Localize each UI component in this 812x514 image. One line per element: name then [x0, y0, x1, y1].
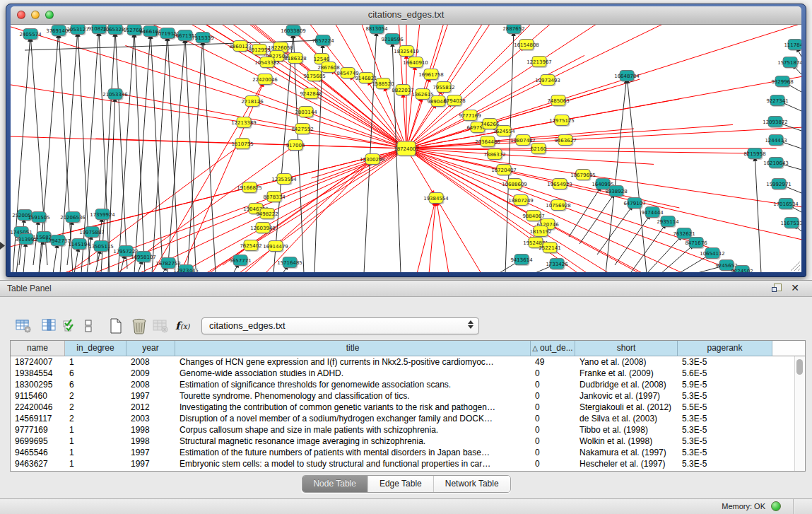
cell-short[interactable]: Tibbo et al. (1998)	[575, 424, 678, 436]
cell-name[interactable]: 9777169	[11, 424, 65, 436]
graph-node[interactable]: 12353594	[271, 174, 297, 186]
table-row[interactable]: 1938455462009Genome-wide association stu…	[11, 368, 805, 379]
graph-node[interactable]: 12213967	[526, 57, 552, 69]
table-row[interactable]: 1872400712008Changes of HCN gene express…	[11, 356, 805, 368]
tab-network-table[interactable]: Network Table	[433, 476, 510, 492]
cell-pagerank[interactable]: 5.3E-5	[678, 390, 772, 402]
select-columns-icon[interactable]	[61, 317, 79, 335]
cell-year[interactable]: 1998	[126, 436, 175, 447]
cell-out_de[interactable]: 0	[531, 379, 575, 390]
tab-node-table[interactable]: Node Table	[302, 476, 367, 492]
table-row[interactable]: 1830029562008Estimation of significance …	[11, 379, 805, 390]
cell-year[interactable]: 2009	[126, 368, 175, 379]
graph-node[interactable]: 18325419	[394, 46, 419, 58]
graph-node[interactable]: 2803144	[295, 107, 317, 119]
cell-pagerank[interactable]: 5.3E-5	[678, 413, 772, 424]
table-row[interactable]: 946554611997Estimation of the future num…	[11, 447, 805, 458]
row-height-icon[interactable]	[79, 317, 98, 335]
graph-node[interactable]: 9227341	[766, 95, 788, 107]
cell-in_degree[interactable]: 1	[65, 436, 126, 447]
panel-collapse-arrow[interactable]	[0, 242, 5, 250]
graph-node[interactable]: 12213389	[231, 117, 257, 129]
graph-node[interactable]: 7955812	[433, 82, 454, 94]
graph-node[interactable]: 19654923	[547, 179, 572, 191]
cell-short[interactable]: Wolkin et al. (1998)	[575, 436, 678, 447]
cell-in_degree[interactable]: 2	[65, 413, 126, 424]
cell-out_de[interactable]: 0	[531, 436, 575, 447]
graph-node[interactable]: 1733426	[546, 259, 568, 271]
cell-out_de[interactable]: 49	[531, 356, 575, 368]
cell-title[interactable]: Changes of HCN gene expression and I(f) …	[175, 356, 531, 368]
graph-node[interactable]: 2887652	[502, 25, 524, 35]
window-resize-grip[interactable]	[798, 269, 800, 271]
graph-node[interactable]: 1167533	[780, 218, 801, 230]
delete-column-icon[interactable]	[130, 317, 148, 335]
cell-in_degree[interactable]: 2	[65, 390, 126, 402]
float-panel-icon[interactable]	[772, 284, 781, 293]
cell-year[interactable]: 1997	[126, 390, 175, 402]
table-row[interactable]: 977716911998Corpus callosum shape and si…	[11, 424, 805, 436]
graph-node[interactable]: 2718126	[241, 96, 264, 108]
graph-node[interactable]: 16033809	[281, 25, 306, 37]
graph-node[interactable]: 21053346	[102, 89, 128, 101]
cell-out_de[interactable]: 0	[531, 402, 575, 413]
graph-node[interactable]: 917004	[286, 140, 305, 152]
new-column-icon[interactable]	[107, 317, 125, 335]
column-header-out_de[interactable]: △out_de...	[531, 341, 575, 356]
cell-year[interactable]: 1998	[126, 424, 175, 436]
cell-out_de[interactable]: 0	[531, 424, 575, 436]
graph-node[interactable]: 2053127	[66, 25, 88, 35]
cell-pagerank[interactable]: 5.9E-5	[678, 379, 772, 390]
graph-node[interactable]: 16914479	[263, 241, 288, 253]
table-row[interactable]: 969969511998Structural magnetic resonanc…	[11, 436, 805, 447]
cell-name[interactable]: 19384554	[11, 368, 65, 379]
cell-pagerank[interactable]: 5.3E-5	[678, 458, 772, 469]
cell-in_degree[interactable]: 1	[65, 356, 126, 368]
graph-node[interactable]: 8822037	[392, 85, 413, 97]
network-window-titlebar[interactable]: citations_edges.txt	[11, 6, 801, 25]
cell-title[interactable]: Estimation of significance thresholds fo…	[175, 379, 531, 390]
graph-node[interactable]: 16210643	[763, 158, 789, 170]
graph-node[interactable]: 16154808	[514, 40, 539, 52]
table-row[interactable]: 911546021997Tourette syndrome. Phenomeno…	[11, 390, 805, 402]
cell-year[interactable]: 2003	[126, 413, 175, 424]
cell-pagerank[interactable]: 5.5E-5	[678, 402, 772, 413]
graph-node[interactable]: 2935114	[657, 216, 679, 228]
graph-node[interactable]: 15751874	[777, 57, 801, 69]
cell-name[interactable]: 22420046	[11, 402, 65, 413]
cell-name[interactable]: 9699695	[11, 436, 65, 447]
graph-node[interactable]: 1244413	[765, 135, 787, 147]
graph-node[interactable]: 13505115	[88, 241, 114, 253]
cell-title[interactable]: Tourette syndrome. Phenomenology and cla…	[175, 390, 531, 402]
cell-year[interactable]: 2008	[126, 379, 175, 390]
column-header-name[interactable]: name	[11, 341, 65, 356]
cell-year[interactable]: 2012	[126, 402, 175, 413]
cell-name[interactable]: 9465546	[11, 447, 65, 458]
cell-name[interactable]: 18300295	[11, 379, 65, 390]
graph-node[interactable]: 10654112	[700, 248, 725, 260]
table-selector-dropdown[interactable]: citations_edges.txt	[201, 317, 479, 334]
table-row[interactable]: 1456911722003Disruption of a novel membe…	[11, 413, 805, 424]
cell-out_de[interactable]: 0	[531, 390, 575, 402]
cell-name[interactable]: 14569117	[11, 413, 65, 424]
cell-title[interactable]: Genome-wide association studies in ADHD.	[175, 368, 531, 379]
cell-short[interactable]: Stergiakouli et al. (2012)	[575, 402, 678, 413]
cell-pagerank[interactable]: 5.6E-5	[678, 368, 772, 379]
table-row[interactable]: 946362711997Embryonic stem cells: a mode…	[11, 458, 805, 469]
graph-node[interactable]: 16961758	[418, 69, 444, 81]
column-header-year[interactable]: year	[126, 341, 175, 356]
cell-in_degree[interactable]: 6	[65, 368, 126, 379]
table-vertical-scrollbar[interactable]	[794, 356, 805, 471]
cell-name[interactable]: 18724007	[11, 356, 65, 368]
cell-title[interactable]: Structural magnetic resonance image aver…	[175, 436, 531, 447]
cell-title[interactable]: Estimation of the future numbers of pati…	[175, 447, 531, 458]
network-canvas[interactable]: 8860123891295518226058982750881863281054…	[11, 25, 801, 272]
cell-pagerank[interactable]: 5.3E-5	[678, 424, 772, 436]
graph-node[interactable]: 15716485	[277, 257, 302, 269]
cell-short[interactable]: Hescheler et al. (1997)	[575, 458, 678, 469]
cell-out_de[interactable]: 0	[531, 447, 575, 458]
cell-name[interactable]: 9115460	[11, 390, 65, 402]
graph-node[interactable]: 9329968	[771, 76, 793, 88]
column-header-short[interactable]: short	[575, 341, 678, 356]
cell-pagerank[interactable]: 5.3E-5	[678, 436, 772, 447]
